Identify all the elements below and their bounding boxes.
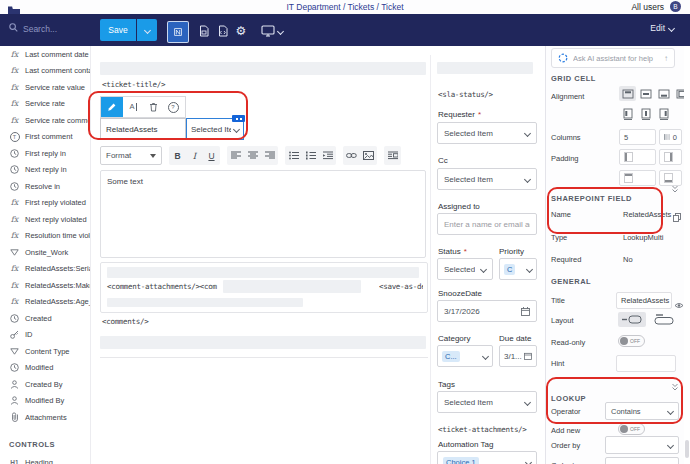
sidebar-field-modified[interactable]: Modified: [0, 360, 90, 377]
sidebar-field-service-rate[interactable]: fxService rate: [0, 96, 90, 113]
due-date-input[interactable]: 3/1...: [499, 345, 537, 367]
align-middle-button[interactable]: [637, 86, 654, 101]
numbered-list-button[interactable]: [302, 146, 319, 165]
align-left-button[interactable]: [227, 146, 244, 165]
category-select[interactable]: C...: [437, 345, 493, 367]
delete-button[interactable]: [143, 97, 163, 117]
align-stretch-button[interactable]: [673, 86, 684, 101]
order-type-select[interactable]: Ascending: [605, 457, 679, 464]
indent-button[interactable]: [319, 146, 336, 165]
bold-button[interactable]: B: [169, 146, 186, 165]
collapse-section-button[interactable]: [671, 179, 679, 197]
device-preview-button[interactable]: [256, 22, 288, 40]
sidebar-field-service-rate-comment[interactable]: fxService rate comment: [0, 112, 90, 129]
title-formula-button[interactable]: [674, 295, 684, 313]
selected-item-dropdown[interactable]: Selected Item: [186, 118, 244, 140]
breadcrumb[interactable]: IT Department / Tickets / Ticket: [0, 2, 690, 12]
align-bottom-button[interactable]: [655, 86, 672, 101]
sidebar-field-last-comment-date[interactable]: fxLast comment date: [0, 46, 90, 63]
halign-left-button[interactable]: [619, 106, 636, 121]
search-input[interactable]: Search...: [9, 23, 57, 34]
sidebar-field-relatedassets-age-and-warranty[interactable]: fxRelatedAssets:Age_and_warranty: [0, 294, 90, 311]
save-as-default-tag[interactable]: <save-as-default: [379, 282, 423, 291]
operator-select[interactable]: Contains: [605, 402, 679, 420]
order-by-select[interactable]: [605, 436, 679, 454]
comment-attachments-tag[interactable]: <comment-attachments/><com: [107, 282, 217, 291]
comments-tag[interactable]: <comments/>: [102, 317, 148, 326]
italic-button[interactable]: I: [186, 146, 203, 165]
image-icon[interactable]: [360, 146, 377, 165]
save-button[interactable]: Save: [100, 19, 136, 41]
sidebar-field-first-comment[interactable]: TFirst comment: [0, 129, 90, 146]
sidebar-field-id[interactable]: ID: [0, 327, 90, 344]
align-center-button[interactable]: [244, 146, 261, 165]
sidebar-field-relatedassets-serial-number[interactable]: fxRelatedAssets:Serial_number: [0, 261, 90, 278]
save-dropdown-button[interactable]: [137, 19, 157, 41]
collapse-section-button[interactable]: [671, 377, 679, 395]
readonly-toggle[interactable]: OFF: [618, 335, 645, 347]
padding-right-input[interactable]: [659, 149, 682, 165]
padding-left-input[interactable]: [619, 149, 656, 165]
hint-input[interactable]: [616, 355, 676, 372]
status-select[interactable]: Selected: [437, 258, 493, 280]
priority-select[interactable]: C: [499, 258, 537, 280]
richtext-editor[interactable]: Some text: [100, 170, 426, 258]
align-right-button[interactable]: [261, 146, 278, 165]
scrollbar-thumb[interactable]: [685, 440, 689, 458]
sidebar-field-onsite-work[interactable]: Onsite_Work: [0, 244, 90, 261]
requester-select[interactable]: Selected Item: [437, 122, 537, 144]
bullet-list-button[interactable]: [285, 146, 302, 165]
sidebar-field-resolution-time-violated[interactable]: fxResolution time violated: [0, 228, 90, 245]
submit-arrow-icon[interactable]: ↑: [664, 54, 668, 63]
columns-offset-input[interactable]: 0: [659, 129, 682, 145]
snoozedate-input[interactable]: 3/17/2026: [437, 300, 537, 322]
sidebar-field-content-type[interactable]: Content Type: [0, 343, 90, 360]
sidebar-field-first-reply-violated[interactable]: fxFirst reply violated: [0, 195, 90, 212]
sla-status-tag[interactable]: <sla-status/>: [438, 90, 493, 99]
columns-input[interactable]: 5: [619, 129, 656, 145]
rename-button[interactable]: A: [123, 97, 143, 117]
help-button[interactable]: ?: [163, 97, 183, 117]
sidebar-field-relatedassets-makeandmodel[interactable]: fxRelatedAssets:MakeAndModel: [0, 277, 90, 294]
source-view-button[interactable]: [384, 146, 401, 165]
sidebar-field-next-reply-in[interactable]: Next reply in: [0, 162, 90, 179]
edit-pencil-button[interactable]: [101, 97, 123, 117]
layout-vertical-button[interactable]: [650, 312, 678, 327]
sidebar-field-created-by[interactable]: Created By: [0, 376, 90, 393]
sidebar-field-last-comment-contact[interactable]: fxLast comment contact: [0, 63, 90, 80]
sidebar-field-modified-by[interactable]: Modified By: [0, 393, 90, 410]
tags-select[interactable]: Selected Item: [437, 391, 537, 413]
halign-center-button[interactable]: [637, 106, 654, 121]
ticket-title-tag[interactable]: <ticket-title/>: [102, 80, 165, 89]
add-new-toggle[interactable]: OFF: [618, 423, 645, 435]
halign-right-button[interactable]: [655, 106, 672, 121]
sidebar-field-attachments[interactable]: Attachments: [0, 409, 90, 426]
layout-horizontal-button[interactable]: [618, 312, 646, 327]
comment-block-card: <comment-attachments/><com <save-as-defa…: [100, 262, 428, 313]
edit-mode-dropdown[interactable]: Edit: [650, 23, 674, 33]
selection-handle-badge[interactable]: [232, 115, 245, 122]
sidebar-field-next-reply-violated[interactable]: fxNext reply violated: [0, 211, 90, 228]
sidebar-field-first-reply-in[interactable]: First reply in: [0, 145, 90, 162]
ticket-attachments-tag[interactable]: <ticket-attachments/>: [438, 425, 527, 434]
settings-gear-icon[interactable]: ⚙: [230, 22, 252, 40]
automation-tag-select[interactable]: Choice 1: [437, 451, 537, 464]
title-input[interactable]: RelatedAssets: [616, 292, 672, 309]
all-users-label[interactable]: All users: [631, 2, 664, 12]
sidebar-field-resolve-in[interactable]: Resolve in: [0, 178, 90, 195]
cc-select[interactable]: Selected Item: [437, 168, 537, 190]
copy-button[interactable]: [673, 208, 681, 226]
underline-button[interactable]: U: [203, 146, 220, 165]
assigned-to-input[interactable]: Enter a name or email address: [437, 213, 537, 235]
sidebar-field-service-rate-value[interactable]: fxService rate value: [0, 79, 90, 96]
padding-top-input[interactable]: [619, 170, 656, 186]
ai-assistant-input[interactable]: Ask AI assistant for help ↑: [551, 48, 675, 68]
sidebar-control-heading[interactable]: H1Heading: [0, 455, 90, 464]
user-avatar[interactable]: B: [670, 1, 681, 12]
link-icon[interactable]: [343, 146, 360, 165]
designer-tab-icon[interactable]: [167, 21, 189, 43]
sidebar-field-created[interactable]: Created: [0, 310, 90, 327]
align-top-button[interactable]: [619, 86, 636, 101]
field-name-cell[interactable]: RelatedAssets: [100, 118, 186, 140]
format-select[interactable]: Format: [100, 146, 162, 165]
